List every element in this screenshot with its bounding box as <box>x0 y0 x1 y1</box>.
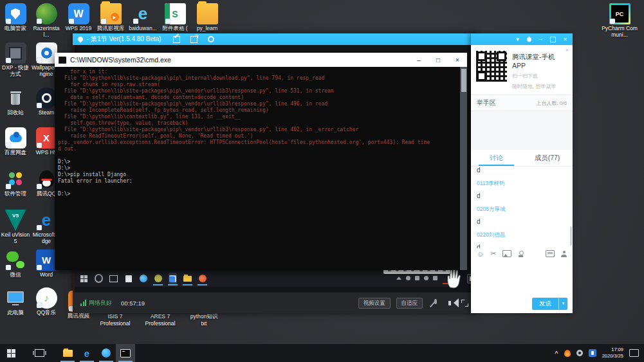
sheet-glyph: S <box>172 9 178 19</box>
chat-input[interactable] <box>471 259 573 294</box>
hand-cursor-icon <box>445 267 465 289</box>
share-icon[interactable] <box>190 36 198 43</box>
taskbar-cmd-active[interactable] <box>116 344 135 362</box>
icon-label: QQ音乐 <box>32 310 61 316</box>
fullscreen-icon[interactable] <box>461 300 468 307</box>
desktop-icon-label-ares[interactable]: ARES 7Professional <box>139 313 181 327</box>
cmd-line <box>58 152 458 159</box>
speaker-icon[interactable] <box>448 301 451 305</box>
edit-icon[interactable] <box>173 36 180 43</box>
task-view-icon <box>35 349 44 357</box>
classroom-side-panel: ▾ – × 腾讯课堂-手机APP 扫一扫下载 随时随地, 想学就学 × 举手区 … <box>471 33 573 313</box>
clock-date: 2020/3/25 <box>602 353 623 359</box>
tray-flame-icon[interactable] <box>564 350 571 357</box>
chat-message: 0113李梓钧 d <box>477 180 567 199</box>
chat-username: 0220刘德昌 <box>477 231 567 239</box>
qr-close-icon[interactable]: × <box>566 47 569 53</box>
adaptive-button[interactable]: 自适应 <box>396 298 423 309</box>
desktop-icon-razer-installer[interactable]: RazerInstal... <box>32 3 61 39</box>
chat-scrollbar[interactable] <box>570 226 572 246</box>
taskbar-clock[interactable]: 17:09 2020/3/25 <box>602 347 623 359</box>
ie-glyph: e <box>138 4 147 24</box>
globe-icon <box>36 3 57 24</box>
raise-hand-area <box>471 111 573 150</box>
desktop-icon-baiduwan[interactable]: e baiduwan... <box>128 3 158 32</box>
desktop-icon-label-isis[interactable]: ISIS 7Professional <box>94 313 136 327</box>
desktop-icon-pycharm[interactable]: PC PyCharm Communi... <box>602 3 638 39</box>
desktop-icon-label-python-txt[interactable]: python知识txt <box>183 313 225 327</box>
flower-icon[interactable] <box>518 251 524 257</box>
cloud-icon <box>5 127 26 149</box>
desktop-icon-pc-manager[interactable]: 电脑管家 <box>1 3 30 32</box>
microphone-muted-icon[interactable] <box>432 298 439 307</box>
cmd-line: raise IncompleteRead(self._fp_bytes_read… <box>58 107 458 114</box>
taskbar-edge[interactable]: e <box>77 344 97 362</box>
panel-tabs: 讨论 成员(77) <box>471 150 573 167</box>
taskbar-file-explorer[interactable] <box>58 344 77 362</box>
desktop-icon-recycle-bin[interactable]: 回收站 <box>1 87 30 116</box>
shield-icon <box>5 3 26 24</box>
wps-glyph: W <box>73 8 83 20</box>
video-system-tray <box>396 276 437 280</box>
video-start-icon <box>80 274 88 283</box>
tray-gray-icon[interactable] <box>576 350 583 356</box>
chat-message: d <box>477 167 567 174</box>
cmd-line: D:\> <box>58 159 458 165</box>
settings-gear-icon[interactable] <box>208 36 214 42</box>
screenshot-scissors-icon[interactable]: ✂ <box>490 249 496 258</box>
note-glyph: ♪ <box>44 293 49 304</box>
send-dropdown-icon[interactable]: ▾ <box>558 298 567 310</box>
maximize-button[interactable]: □ <box>428 53 448 67</box>
desktop-icon-dxp[interactable]: DXP - 快捷方式 <box>1 42 30 78</box>
video-settings-button[interactable]: 视频设置 <box>358 298 391 309</box>
chat-username: 0113李梓钧 <box>477 180 567 188</box>
member-card-icon[interactable] <box>546 250 555 257</box>
cmd-line: File "D:\python\lib\site-packages\pip\_v… <box>58 127 458 133</box>
folder-icon <box>197 3 218 24</box>
start-button[interactable] <box>1 344 21 362</box>
person-icon[interactable] <box>561 251 567 257</box>
desktop-icon-software-manager[interactable]: 软件管理 <box>1 168 30 197</box>
tray-expand-icon[interactable]: ^ <box>555 350 558 356</box>
desktop-icon-baidu-netdisk[interactable]: 百度网盘 <box>1 127 30 156</box>
desktop-icon-video-folder[interactable]: ▶ 腾讯影视库 <box>96 3 125 32</box>
desktop-icon-py-learn[interactable]: py_learn <box>192 3 222 32</box>
image-icon[interactable] <box>502 250 511 257</box>
tab-discussion[interactable]: 讨论 <box>471 150 522 166</box>
close-button[interactable]: × <box>448 53 467 67</box>
action-center-icon[interactable] <box>629 349 639 357</box>
desktop-icon-wps2019[interactable]: W WPS 2019 <box>64 3 93 32</box>
desktop-icon-this-pc[interactable]: 此电脑 <box>1 287 30 316</box>
cmd-line: Fatal error in launcher: <box>58 178 458 185</box>
tray-blue-app-icon[interactable] <box>589 349 596 357</box>
desktop-icon-wechat[interactable]: 微信 <box>1 249 30 278</box>
pin-icon[interactable] <box>526 36 532 42</box>
emoji-icon[interactable]: ☺ <box>477 250 484 258</box>
chevron-down-icon[interactable]: ▾ <box>516 36 519 42</box>
desktop-icon-keil[interactable]: V5 Keil uVision5 <box>1 210 30 245</box>
gear-icon <box>36 42 57 64</box>
cmd-scrollbar[interactable] <box>460 67 467 270</box>
keil-glyph: V5 <box>12 213 19 219</box>
network-signal-icon <box>80 300 86 306</box>
classroom-titlebar: - 第1节 Ver(1.5.4.80 Beta) <box>73 33 476 45</box>
cmd-scrollbar-thumb[interactable] <box>461 69 466 92</box>
send-button[interactable]: 发送 <box>532 298 558 310</box>
maximize-icon[interactable] <box>550 37 556 42</box>
windows-logo-icon <box>7 349 15 357</box>
taskbar-classroom-app[interactable] <box>97 344 116 362</box>
desktop-icon-spreadsheet[interactable]: S 附件表格 ( <box>160 3 190 32</box>
minimize-icon[interactable]: – <box>539 36 542 42</box>
icon-label: RazerInstal... <box>32 26 61 39</box>
console-icon <box>120 349 131 357</box>
taskbar: e ^ 17:09 2020/3/25 <box>0 344 644 362</box>
task-view-button[interactable] <box>30 344 49 362</box>
pycharm-glyph: PC <box>611 5 629 23</box>
desktop-icon-qq-music[interactable]: ♪ QQ音乐 <box>32 287 61 316</box>
minimize-button[interactable]: – <box>409 53 428 67</box>
tab-members[interactable]: 成员(77) <box>522 150 573 166</box>
folder-icon: ▶ <box>100 3 122 24</box>
cmd-line: d out. <box>58 146 458 152</box>
cmd-title: C:\WINDOWS\system32\cmd.exe <box>70 56 171 64</box>
close-icon[interactable]: × <box>564 36 567 42</box>
